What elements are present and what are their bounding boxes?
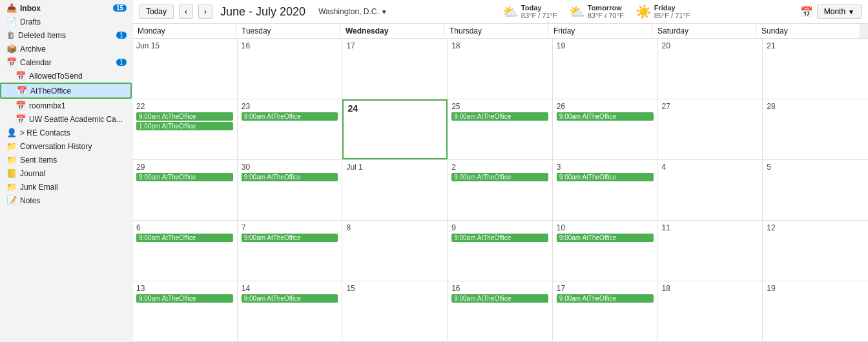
- event-4-0-0[interactable]: 9:00am AtTheOffice: [136, 294, 233, 303]
- sidebar-item-roommbx1[interactable]: 📅roommbx1: [0, 99, 132, 112]
- cal-cell-0-4[interactable]: 19: [553, 39, 658, 99]
- prev-button[interactable]: ‹: [179, 5, 193, 19]
- cal-cell-1-5[interactable]: 27: [658, 99, 763, 159]
- event-1-0-0[interactable]: 9:00am AtTheOffice: [136, 112, 233, 121]
- cal-cell-4-5[interactable]: 18: [658, 281, 763, 341]
- cal-cell-1-0[interactable]: 229:00am AtTheOffice1:00pm AtTheOffice: [132, 99, 238, 159]
- cal-cell-2-0[interactable]: 299:00am AtTheOffice: [132, 160, 238, 220]
- cal-cell-3-6[interactable]: 12: [763, 221, 868, 281]
- cal-cell-0-6[interactable]: 21: [763, 39, 868, 99]
- cal-date-2-4: 3: [557, 163, 654, 172]
- event-3-3-0[interactable]: 9:00am AtTheOffice: [451, 234, 548, 242]
- sidebar-item-allowedtosend[interactable]: 📅AllowedToSend: [0, 69, 132, 83]
- event-2-1-0[interactable]: 9:00am AtTheOffice: [242, 173, 338, 181]
- view-button[interactable]: Month ▼: [817, 5, 862, 19]
- sidebar-item-junkemail[interactable]: 📁Junk Email: [0, 180, 132, 194]
- cal-cell-4-2[interactable]: 15: [342, 281, 448, 341]
- junkemail-icon: 📁: [6, 182, 17, 192]
- cal-cell-1-2[interactable]: 24: [342, 99, 448, 159]
- cal-cell-3-0[interactable]: 69:00am AtTheOffice: [132, 221, 238, 281]
- today-button[interactable]: Today: [139, 5, 174, 19]
- sidebar-item-sentitems[interactable]: 📁Sent Items: [0, 153, 132, 166]
- sidebar-item-contacts[interactable]: 👤> RE Contacts: [0, 126, 132, 139]
- sidebar-item-deleted[interactable]: 🗑Deleted Items1: [0, 28, 132, 42]
- sidebar-item-archive[interactable]: 📦Archive: [0, 42, 132, 55]
- cal-cell-1-1[interactable]: 239:00am AtTheOffice: [238, 99, 343, 159]
- event-3-4-0[interactable]: 9:00am AtTheOffice: [557, 234, 654, 242]
- event-4-4-0[interactable]: 9:00am AtTheOffice: [557, 294, 654, 303]
- event-3-0-0[interactable]: 9:00am AtTheOffice: [136, 234, 233, 242]
- cal-date-0-5: 20: [662, 41, 759, 50]
- sidebar-item-journal[interactable]: 📒Journal: [0, 166, 132, 180]
- cal-date-4-4: 17: [557, 284, 654, 293]
- next-button[interactable]: ›: [198, 5, 212, 19]
- cal-date-4-2: 15: [346, 284, 443, 293]
- sidebar-item-inbox[interactable]: 📥Inbox15: [0, 1, 132, 15]
- sidebar-item-label-convhistory: Conversation History: [20, 142, 92, 151]
- cal-date-0-2: 17: [346, 41, 443, 50]
- location-section[interactable]: Washington, D.C. ▼: [318, 7, 388, 16]
- cal-cell-2-3[interactable]: 29:00am AtTheOffice: [448, 160, 553, 220]
- cal-date-2-0: 29: [136, 163, 233, 172]
- calendar: MondayTuesdayWednesdayThursdayFridaySatu…: [132, 24, 868, 342]
- sidebar-item-label-uwseattle: UW Seattle Academic Ca...: [29, 115, 123, 124]
- cal-cell-3-1[interactable]: 79:00am AtTheOffice: [238, 221, 343, 281]
- cal-header-wednesday: Wednesday: [340, 24, 444, 38]
- sidebar-item-label-contacts: > RE Contacts: [20, 128, 70, 137]
- cal-date-3-2: 8: [346, 223, 443, 232]
- archive-icon: 📦: [6, 44, 17, 54]
- cal-cell-0-3[interactable]: 18: [448, 39, 553, 99]
- sidebar-item-convhistory[interactable]: 📁Conversation History: [0, 139, 132, 153]
- cal-cell-2-6[interactable]: 5: [763, 160, 868, 220]
- event-1-3-0[interactable]: 9:00am AtTheOffice: [451, 112, 548, 121]
- cal-cell-0-2[interactable]: 17: [342, 39, 448, 99]
- cal-date-0-0: Jun 15: [136, 41, 233, 50]
- cal-date-3-1: 7: [242, 223, 338, 232]
- sidebar-item-uwseattle[interactable]: 📅UW Seattle Academic Ca...: [0, 112, 132, 126]
- cal-cell-1-4[interactable]: 269:00am AtTheOffice: [553, 99, 658, 159]
- cal-date-1-2: 24: [347, 103, 442, 114]
- sidebar-item-attheoffice[interactable]: 📅AtTheOffice: [0, 83, 132, 99]
- cal-cell-2-4[interactable]: 39:00am AtTheOffice: [553, 160, 658, 220]
- event-4-3-0[interactable]: 9:00am AtTheOffice: [451, 294, 548, 303]
- location-dropdown-icon[interactable]: ▼: [381, 8, 388, 15]
- sidebar-item-drafts[interactable]: 📄Drafts: [0, 15, 132, 28]
- cal-header-saturday: Saturday: [652, 24, 756, 38]
- sidebar-item-notes[interactable]: 📝Notes: [0, 194, 132, 207]
- sidebar-item-label-inbox: Inbox: [20, 4, 41, 13]
- cal-cell-4-0[interactable]: 139:00am AtTheOffice: [132, 281, 238, 341]
- view-section: 📅 Month ▼: [800, 5, 862, 19]
- chevron-down-icon: ▼: [848, 8, 854, 15]
- cal-cell-4-1[interactable]: 149:00am AtTheOffice: [238, 281, 343, 341]
- cal-cell-4-6[interactable]: 19: [763, 281, 868, 341]
- event-2-3-0[interactable]: 9:00am AtTheOffice: [451, 173, 548, 181]
- cal-cell-3-2[interactable]: 8: [342, 221, 448, 281]
- sidebar-item-label-archive: Archive: [20, 45, 46, 54]
- cal-cell-2-1[interactable]: 309:00am AtTheOffice: [238, 160, 343, 220]
- event-2-4-0[interactable]: 9:00am AtTheOffice: [557, 173, 654, 181]
- cal-cell-2-5[interactable]: 4: [658, 160, 763, 220]
- cal-cell-1-6[interactable]: 28: [763, 99, 868, 159]
- event-1-4-0[interactable]: 9:00am AtTheOffice: [557, 112, 654, 121]
- cal-cell-3-3[interactable]: 99:00am AtTheOffice: [448, 221, 553, 281]
- cal-cell-2-2[interactable]: Jul 1: [342, 160, 448, 220]
- cal-cell-4-4[interactable]: 179:00am AtTheOffice: [553, 281, 658, 341]
- event-4-1-0[interactable]: 9:00am AtTheOffice: [242, 294, 338, 303]
- cal-cell-4-3[interactable]: 169:00am AtTheOffice: [448, 281, 553, 341]
- cal-cell-3-5[interactable]: 11: [658, 221, 763, 281]
- event-1-1-0[interactable]: 9:00am AtTheOffice: [242, 112, 338, 121]
- event-1-0-1[interactable]: 1:00pm AtTheOffice: [136, 122, 233, 130]
- location-text: Washington, D.C.: [318, 7, 379, 16]
- cal-date-1-3: 25: [451, 102, 548, 111]
- sidebar-item-calendar[interactable]: 📅Calendar1: [0, 55, 132, 69]
- cal-cell-0-5[interactable]: 20: [658, 39, 763, 99]
- cal-date-3-3: 9: [451, 223, 548, 232]
- cal-date-4-5: 18: [662, 284, 759, 293]
- cal-cell-0-1[interactable]: 16: [238, 39, 343, 99]
- event-2-0-0[interactable]: 9:00am AtTheOffice: [136, 173, 233, 181]
- cal-date-2-2: Jul 1: [346, 163, 443, 172]
- event-3-1-0[interactable]: 9:00am AtTheOffice: [242, 234, 338, 242]
- cal-cell-3-4[interactable]: 109:00am AtTheOffice: [553, 221, 658, 281]
- cal-cell-1-3[interactable]: 259:00am AtTheOffice: [448, 99, 553, 159]
- cal-cell-0-0[interactable]: Jun 15: [132, 39, 238, 99]
